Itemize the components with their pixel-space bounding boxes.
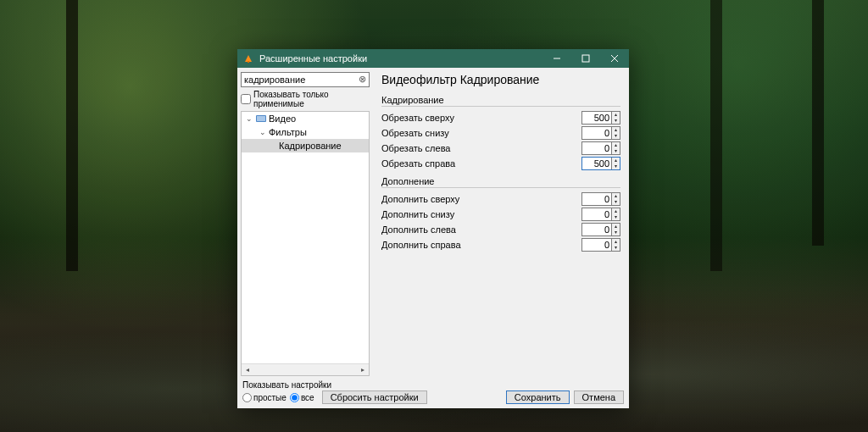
- spin-up-icon[interactable]: ▴: [611, 193, 620, 199]
- crop-group-title: Кадрирование: [381, 95, 620, 107]
- spin-up-icon[interactable]: ▴: [611, 112, 620, 118]
- svg-marker-0: [245, 55, 252, 62]
- sidebar: ⊗ Показывать только применимые ⌄ Видео: [237, 68, 373, 379]
- cancel-button[interactable]: Отмена: [574, 390, 624, 404]
- pad-bottom-spinner[interactable]: ▴▾: [581, 208, 620, 221]
- tree-item-video[interactable]: ⌄ Видео: [242, 112, 369, 125]
- spin-down-icon[interactable]: ▾: [611, 230, 620, 235]
- crop-right-label: Обрезать справа: [381, 158, 581, 169]
- crop-top-spinner[interactable]: ▴▾: [581, 111, 620, 125]
- pad-left-label: Дополнить слева: [381, 224, 581, 235]
- crop-right-spinner[interactable]: ▴▾: [581, 157, 620, 170]
- crop-top-input[interactable]: [582, 113, 611, 123]
- scroll-right-icon[interactable]: ▸: [357, 364, 369, 376]
- crop-bottom-input[interactable]: [582, 128, 611, 138]
- pad-left-input[interactable]: [582, 224, 611, 235]
- crop-group: Кадрирование Обрезать сверху ▴▾ Обрезать…: [381, 95, 620, 171]
- crop-left-spinner[interactable]: ▴▾: [581, 141, 620, 155]
- tree-horizontal-scrollbar[interactable]: ◂ ▸: [242, 363, 369, 375]
- advanced-settings-window: Расширенные настройки ⊗ Показывать тольк…: [237, 49, 629, 408]
- settings-tree[interactable]: ⌄ Видео ⌄ Фильтры: [241, 111, 370, 376]
- chevron-down-icon: ⌄: [245, 114, 253, 123]
- settings-panel: Видеофильтр Кадрирование Кадрирование Об…: [373, 68, 629, 379]
- radio-all[interactable]: все: [290, 393, 314, 402]
- spin-up-icon[interactable]: ▴: [611, 208, 620, 214]
- pad-top-spinner[interactable]: ▴▾: [581, 192, 620, 206]
- pad-bottom-input[interactable]: [582, 209, 611, 219]
- maximize-button[interactable]: [571, 49, 600, 68]
- pad-right-label: Дополнить справа: [381, 240, 581, 250]
- only-modifiable-checkbox[interactable]: [241, 94, 251, 104]
- chevron-down-icon: ⌄: [259, 128, 267, 136]
- spin-down-icon[interactable]: ▾: [611, 133, 620, 139]
- crop-right-input[interactable]: [582, 158, 611, 169]
- crop-top-label: Обрезать сверху: [381, 113, 581, 123]
- panel-heading: Видеофильтр Кадрирование: [381, 73, 620, 86]
- spin-up-icon[interactable]: ▴: [611, 142, 620, 148]
- window-title: Расширенные настройки: [259, 53, 367, 64]
- pad-right-spinner[interactable]: ▴▾: [581, 238, 620, 252]
- crop-left-input[interactable]: [582, 143, 611, 153]
- pad-top-label: Дополнить сверху: [381, 194, 581, 204]
- footer: Показывать настройки простые все Сбросит…: [237, 379, 629, 408]
- video-icon: [255, 113, 267, 125]
- spin-down-icon[interactable]: ▾: [611, 148, 620, 154]
- reset-button[interactable]: Сбросить настройки: [322, 390, 427, 404]
- spin-down-icon[interactable]: ▾: [611, 199, 620, 205]
- crop-bottom-label: Обрезать снизу: [381, 128, 581, 138]
- tree-item-crop[interactable]: Кадрирование: [242, 139, 369, 152]
- pad-group: Дополнение Дополнить сверху ▴▾ Дополнить…: [381, 176, 620, 252]
- minimize-button[interactable]: [542, 49, 571, 68]
- spin-down-icon[interactable]: ▾: [611, 214, 620, 220]
- search-input[interactable]: [241, 72, 370, 87]
- app-icon: [242, 53, 254, 64]
- svg-rect-3: [582, 55, 589, 62]
- spin-down-icon[interactable]: ▾: [611, 245, 620, 251]
- save-button[interactable]: Сохранить: [506, 390, 570, 404]
- crop-bottom-spinner[interactable]: ▴▾: [581, 126, 620, 140]
- spin-down-icon[interactable]: ▾: [611, 118, 620, 124]
- spin-up-icon[interactable]: ▴: [611, 224, 620, 230]
- clear-search-icon[interactable]: ⊗: [356, 73, 368, 85]
- svg-rect-1: [248, 61, 249, 63]
- pad-right-input[interactable]: [582, 240, 611, 250]
- show-settings-label: Показывать настройки: [242, 380, 502, 390]
- pad-group-title: Дополнение: [381, 176, 620, 188]
- tree-item-filters[interactable]: ⌄ Фильтры: [242, 125, 369, 139]
- spin-up-icon[interactable]: ▴: [611, 239, 620, 245]
- spin-up-icon[interactable]: ▴: [611, 127, 620, 133]
- only-modifiable-label: Показывать только применимые: [253, 90, 370, 108]
- pad-bottom-label: Дополнить снизу: [381, 209, 581, 219]
- radio-simple[interactable]: простые: [242, 393, 287, 402]
- titlebar[interactable]: Расширенные настройки: [237, 49, 629, 68]
- pad-top-input[interactable]: [582, 194, 611, 204]
- close-button[interactable]: [600, 49, 629, 68]
- spin-down-icon[interactable]: ▾: [611, 163, 620, 169]
- scroll-left-icon[interactable]: ◂: [242, 364, 253, 376]
- svg-rect-7: [257, 116, 265, 121]
- crop-left-label: Обрезать слева: [381, 143, 581, 153]
- spin-up-icon[interactable]: ▴: [611, 158, 620, 163]
- pad-left-spinner[interactable]: ▴▾: [581, 223, 620, 236]
